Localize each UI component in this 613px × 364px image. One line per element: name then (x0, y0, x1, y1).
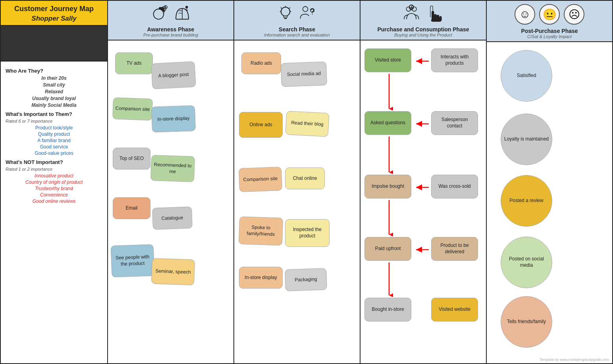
imp-4: Good service (6, 144, 102, 150)
card-impulse-bought: Impulse bought (364, 175, 411, 198)
card-visited-store: Visited store (364, 48, 411, 72)
svg-line-9 (289, 8, 290, 8)
card-seo: Top of SEO (113, 148, 150, 169)
circle-review: Posted a review (501, 175, 552, 227)
who-header: Who Are They? (6, 68, 102, 74)
sad-face-icon: ☹ (564, 4, 584, 25)
awareness-icons (150, 4, 192, 23)
post-purchase-title: Post-Purchase Phase (521, 28, 578, 34)
purchase-title: Purchase and Consumption Phase (377, 26, 469, 33)
awareness-header: Awareness Phase Pre-purchase brand build… (108, 1, 233, 40)
search-body: Radio ads Social media ad Online ads Rea… (234, 40, 360, 363)
card-salesperson: Salesperson contact (431, 111, 478, 135)
left-panel: Customer Journey Map Shopper Sally Who A… (1, 1, 108, 363)
nimp-2: Country of origin of product (6, 179, 102, 185)
post-purchase-subtitle: C/Sat & Loyalty Impact (527, 34, 572, 39)
circle-social: Posted on social media (501, 237, 552, 288)
map-subtitle: Shopper Sally (4, 15, 104, 23)
card-comparison-awareness: Comparison site (112, 97, 153, 120)
svg-point-13 (303, 6, 308, 12)
card-seminar: Seminar, speech (151, 258, 195, 285)
svg-point-15 (312, 13, 312, 14)
arrow-down-1 (385, 73, 393, 110)
nimp-4: Convenience (6, 192, 102, 198)
card-cross-sold: Was cross-sold (431, 175, 478, 198)
awareness-phase: Awareness Phase Pre-purchase brand build… (108, 1, 234, 363)
imp-2: Quality product (6, 131, 102, 137)
post-purchase-phase: ☺ 😐 ☹ Post-Purchase Phase C/Sat & Loyalt… (487, 1, 612, 363)
card-tv-ads: TV ads (115, 52, 153, 74)
trait-4: Usually brand loyal (6, 96, 102, 101)
card-visited-website: Visited website (431, 298, 478, 322)
card-radio-ads: Radio ads (241, 52, 281, 74)
arrow-2 (414, 120, 430, 128)
left-content: Who Are They? In their 20s Small city Re… (1, 62, 107, 363)
card-chat-online: Chat online (285, 168, 325, 189)
imp-1: Product look/style (6, 125, 102, 131)
search-icons (276, 4, 318, 23)
search-title: Search Phase (279, 26, 315, 33)
card-inspected: Inspected the product (285, 219, 330, 247)
main-container: Customer Journey Map Shopper Sally Who A… (0, 0, 613, 364)
nimp-1: Innovative product (6, 173, 102, 179)
card-catalogue: Catalogue (152, 206, 193, 229)
svg-point-4 (165, 6, 166, 8)
card-asked-questions: Asked questions (364, 111, 411, 135)
search-subtitle: Information search and evaluation (264, 33, 330, 37)
happy-face-icon: ☺ (515, 4, 535, 25)
card-bought-instore: Bought in-store (364, 298, 411, 322)
post-purchase-body: Satisified Loyalty is maintained Posted … (487, 42, 612, 363)
circle-satisfied: Satisified (501, 50, 552, 102)
purchase-subtitle: Buying and Using the Product (394, 33, 452, 37)
card-instore-awareness: In-store display (151, 105, 196, 133)
arrow-3 (414, 183, 430, 191)
purchase-phase: Purchase and Consumption Phase Buying an… (360, 1, 487, 363)
trait-3: Relaxed (6, 89, 102, 94)
important-sub: Rated 6 or 7 importance (6, 119, 102, 123)
map-title: Customer Journey Map (4, 5, 104, 13)
purchase-header: Purchase and Consumption Phase Buying an… (360, 1, 486, 40)
nimp-3: Trustworthy brand (6, 186, 102, 191)
circle-loyalty: Loyalty is maintained (501, 114, 552, 165)
post-purchase-icons: ☺ 😐 ☹ (515, 4, 584, 25)
head-gears-icon (150, 4, 169, 23)
card-recommended: Recommended to me (150, 155, 195, 182)
arrow-down-3 (385, 199, 393, 236)
card-interacts-products: Interacts with products (431, 48, 478, 72)
card-blogger: A blogger post (151, 61, 196, 89)
arrow-4 (414, 246, 430, 254)
svg-point-5 (185, 6, 188, 8)
card-paid-upfront: Paid upfront (364, 237, 411, 261)
arrow-down-2 (385, 136, 393, 174)
hand-icon (425, 4, 444, 23)
card-comparison-search: Comparison site (239, 167, 282, 192)
people-question-icon (299, 4, 318, 23)
search-header: Search Phase Information search and eval… (234, 1, 360, 40)
trait-5: Mainly Social Media (6, 102, 102, 108)
trait-2: Small city (6, 82, 102, 88)
arrow-down-4 (385, 262, 393, 297)
not-important-sub: Rated 1 or 2 importance (6, 167, 102, 171)
imp-5: Good-value prices (6, 150, 102, 156)
book-icon (173, 4, 192, 23)
lightbulb-icon (276, 4, 295, 23)
left-header: Customer Journey Map Shopper Sally (1, 1, 107, 26)
trait-1: In their 20s (6, 75, 102, 81)
svg-line-10 (281, 8, 281, 8)
card-packaging: Packaging (285, 268, 327, 291)
imp-3: A familiar brand (6, 138, 102, 143)
awareness-subtitle: Pre-purchase brand building (143, 33, 198, 37)
card-instore-search: In-store display (239, 267, 283, 289)
card-see-people: See people with the product (111, 244, 155, 277)
purchase-icons (402, 4, 444, 23)
card-online-ads: Online ads (239, 112, 283, 138)
left-icon-row (1, 26, 107, 62)
card-read-blog: Read their blog (285, 111, 330, 137)
neutral-face-icon: 😐 (539, 4, 560, 25)
circle-tells-friends: Tells friends/family (501, 296, 552, 348)
post-purchase-header: ☺ 😐 ☹ Post-Purchase Phase C/Sat & Loyalt… (487, 1, 612, 42)
card-email: Email (113, 197, 150, 219)
watermark: Template by www.marketingstudyguide.com (540, 358, 609, 362)
svg-point-6 (281, 7, 290, 16)
arrow-1 (414, 57, 430, 65)
